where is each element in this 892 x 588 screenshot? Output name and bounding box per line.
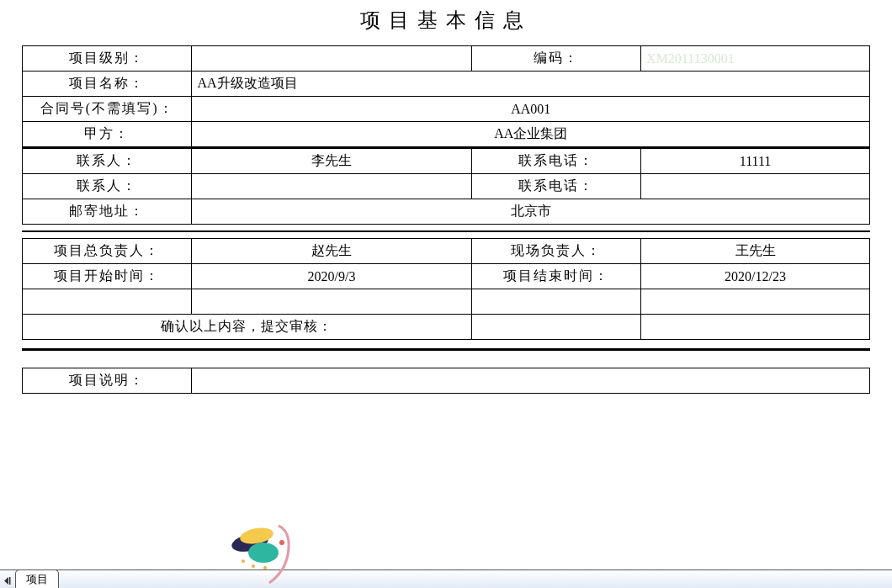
svg-point-4 bbox=[242, 559, 245, 563]
label-level: 项目级别： bbox=[23, 46, 192, 72]
label-contact1: 联系人： bbox=[23, 148, 192, 174]
confirm-prompt: 确认以上内容，提交审核： bbox=[23, 315, 472, 340]
nav-last-icon[interactable] bbox=[2, 573, 12, 588]
value-description[interactable] bbox=[192, 368, 870, 394]
page-title: 项目基本信息 bbox=[22, 0, 870, 45]
label-phone2: 联系电话： bbox=[471, 174, 640, 199]
sheet-nav[interactable] bbox=[0, 573, 13, 588]
label-phone1: 联系电话： bbox=[471, 148, 640, 174]
label-name: 项目名称： bbox=[23, 72, 192, 97]
value-pm[interactable]: 赵先生 bbox=[192, 239, 471, 264]
svg-point-6 bbox=[263, 566, 267, 569]
value-contact2[interactable] bbox=[192, 174, 471, 199]
value-code[interactable]: XM2011130001 bbox=[641, 46, 870, 72]
svg-rect-7 bbox=[9, 577, 11, 585]
blank-cell bbox=[23, 289, 192, 315]
contacts-table: 联系人： 李先生 联系电话： 11111 联系人： 联系电话： 邮寄地址： 北京… bbox=[22, 147, 870, 225]
value-name[interactable]: AA升级改造项目 bbox=[192, 72, 870, 97]
label-sitelead: 现场负责人： bbox=[471, 239, 640, 264]
value-enddate[interactable]: 2020/12/23 bbox=[641, 264, 870, 289]
label-description: 项目说明： bbox=[23, 368, 192, 394]
divider bbox=[22, 230, 870, 232]
value-contact1[interactable]: 李先生 bbox=[192, 148, 471, 174]
label-pm: 项目总负责人： bbox=[23, 239, 192, 264]
label-address: 邮寄地址： bbox=[23, 199, 192, 225]
value-contract: AA001 bbox=[192, 97, 870, 122]
value-level[interactable] bbox=[192, 46, 471, 72]
value-sitelead[interactable]: 王先生 bbox=[641, 239, 870, 264]
thick-divider bbox=[22, 348, 870, 351]
label-contract: 合同号(不需填写)： bbox=[23, 97, 192, 122]
blank-cell bbox=[641, 315, 870, 340]
submit-button[interactable] bbox=[471, 315, 640, 340]
sheet-tab-project[interactable]: 项目 bbox=[15, 569, 59, 588]
value-startdate[interactable]: 2020/9/3 bbox=[192, 264, 471, 289]
label-contact2: 联系人： bbox=[23, 174, 192, 199]
blank-cell bbox=[471, 289, 640, 315]
label-startdate: 项目开始时间： bbox=[23, 264, 192, 289]
value-address[interactable]: 北京市 bbox=[192, 199, 870, 225]
blank-cell bbox=[192, 289, 471, 315]
label-enddate: 项目结束时间： bbox=[471, 264, 640, 289]
value-phone1[interactable]: 11111 bbox=[641, 148, 870, 174]
svg-point-2 bbox=[248, 543, 279, 563]
decorative-doodle bbox=[223, 517, 332, 585]
value-partyA[interactable]: AA企业集团 bbox=[192, 122, 870, 147]
label-code: 编码： bbox=[471, 46, 640, 72]
value-phone2[interactable] bbox=[641, 174, 870, 199]
label-partyA: 甲方： bbox=[23, 122, 192, 147]
blank-cell bbox=[641, 289, 870, 315]
description-table: 项目说明： bbox=[22, 368, 870, 394]
leads-table: 项目总负责人： 赵先生 现场负责人： 王先生 项目开始时间： 2020/9/3 … bbox=[22, 238, 870, 340]
svg-point-5 bbox=[252, 564, 255, 568]
sheet-tab-bar: 项目 bbox=[0, 569, 892, 588]
svg-point-3 bbox=[279, 540, 284, 545]
project-info-table: 项目级别： 编码： XM2011130001 项目名称： AA升级改造项目 合同… bbox=[22, 45, 870, 147]
